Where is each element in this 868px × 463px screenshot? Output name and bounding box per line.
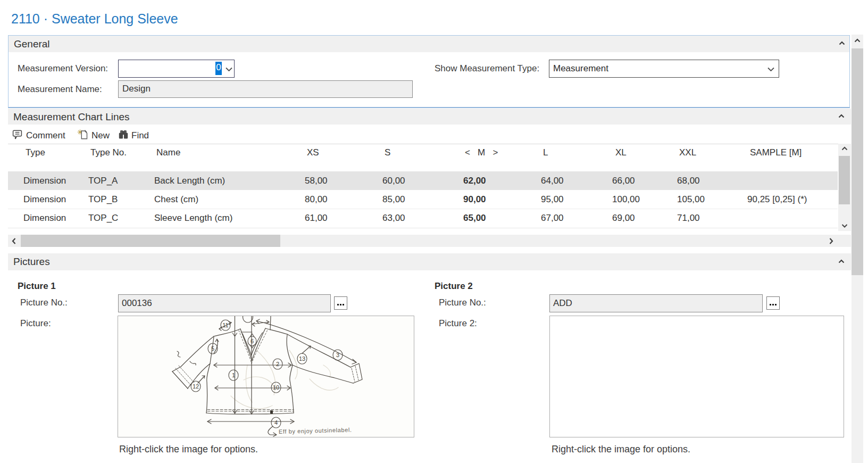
svg-text:4: 4	[274, 419, 278, 426]
svg-text:12: 12	[193, 383, 199, 390]
svg-text:10: 10	[273, 384, 279, 391]
svg-text:2: 2	[276, 361, 279, 367]
svg-text:6: 6	[251, 338, 254, 344]
svg-text:13: 13	[299, 355, 305, 362]
svg-text:11: 11	[222, 322, 228, 328]
svg-text:5: 5	[211, 345, 214, 352]
svg-text:1: 1	[232, 372, 235, 378]
svg-text:3: 3	[336, 352, 339, 358]
svg-text:Eff by enjoy outsinelabel.: Eff by enjoy outsinelabel.	[279, 426, 352, 435]
